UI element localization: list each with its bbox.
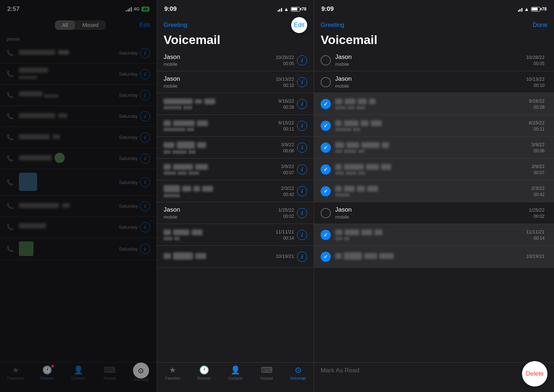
blurred-part	[182, 186, 191, 192]
checkbox[interactable]	[321, 77, 331, 87]
info-button[interactable]: i	[140, 132, 150, 143]
list-item[interactable]: 📞 Saturday i	[0, 64, 157, 85]
tab-keypad[interactable]: ⌨ Keypad	[94, 365, 125, 380]
item-date: 2/3/22	[281, 185, 294, 191]
mark-as-read-button[interactable]: Mark As Read	[321, 367, 360, 374]
list-item[interactable]: 📞 Saturday i	[0, 217, 157, 238]
tab-favorites[interactable]: ★ Favourites	[0, 365, 31, 380]
voicemail-edit-item[interactable]: 10/19/21	[314, 246, 554, 268]
checkbox-checked[interactable]	[321, 164, 331, 175]
info-button[interactable]: i	[297, 143, 307, 153]
bottom-action-bar: Mark As Read Delete	[314, 362, 554, 392]
tab-voicemail[interactable]: ⊙ Voicemail	[282, 365, 314, 380]
checkbox-checked[interactable]	[321, 143, 331, 153]
voicemail-item[interactable]: Jason mobile 10/13/22 00:10 i	[157, 71, 314, 93]
checkbox[interactable]	[321, 208, 331, 218]
info-button[interactable]: i	[297, 99, 307, 109]
item-name: Jason	[335, 53, 526, 61]
tab-keypad[interactable]: ⌨ Keypad	[251, 365, 282, 380]
item-duration: 00:28	[534, 105, 545, 110]
info-button[interactable]: i	[297, 121, 307, 131]
checkbox-checked[interactable]	[321, 252, 331, 262]
list-item[interactable]: 📞 Saturday i	[0, 148, 157, 169]
blurred-sub	[164, 194, 180, 197]
checkbox-checked[interactable]	[321, 99, 331, 109]
info-button[interactable]: i	[140, 201, 150, 211]
voicemail-edit-item[interactable]: 11/11/21 00:14	[314, 224, 554, 246]
voicemail-item[interactable]: Jason mobile 10/28/22 00:05 i	[157, 49, 314, 71]
tab-recents[interactable]: 🕐 Recents	[31, 365, 63, 380]
contact-name-blur	[19, 155, 52, 160]
voicemail-title-container-p3: Voicemail	[314, 32, 554, 49]
info-button[interactable]: i	[140, 90, 150, 100]
tab-voicemail[interactable]: ⊙ Voicemail	[125, 365, 157, 382]
filter-missed[interactable]: Missed	[75, 20, 105, 30]
info-button[interactable]: i	[140, 111, 150, 121]
list-item[interactable]: 📞 Saturday i	[0, 196, 157, 217]
info-button[interactable]: i	[140, 48, 150, 58]
voicemail-edit-item[interactable]: Jason mobile 1/25/22 00:02	[314, 202, 554, 224]
info-button[interactable]: i	[140, 177, 150, 187]
voicemail-item[interactable]: 11/11/21 00:14 i	[157, 224, 314, 246]
tab-favorites[interactable]: ★ Favorites	[157, 365, 188, 380]
voicemail-edit-item[interactable]: 2/3/22 00:42	[314, 180, 554, 202]
info-button[interactable]: i	[297, 230, 307, 240]
greeting-link-p3[interactable]: Greeting	[321, 21, 344, 29]
info-button[interactable]: i	[140, 153, 150, 164]
checkbox-checked[interactable]	[321, 186, 331, 196]
list-item[interactable]: 📞 Saturday i	[0, 85, 157, 106]
voicemail-item[interactable]: 10/19/21 i	[157, 246, 314, 268]
list-item[interactable]: 📞 Saturday i	[0, 127, 157, 148]
info-button[interactable]: i	[140, 222, 150, 232]
recents-edit-button[interactable]: Edit	[140, 21, 150, 29]
info-button[interactable]: i	[297, 55, 307, 65]
voicemail-title: Voicemail	[164, 33, 220, 47]
checkbox-checked[interactable]	[321, 121, 331, 131]
tab-recents[interactable]: 🕐 Recents	[188, 365, 220, 380]
list-item[interactable]: 📞 Saturday i	[0, 169, 157, 196]
checkbox-checked[interactable]	[321, 230, 331, 240]
item-meta: 10/28/22 00:05	[526, 55, 545, 66]
list-item[interactable]: 📞 Saturday i	[0, 43, 157, 64]
call-icon: 📞	[7, 92, 14, 99]
info-button[interactable]: i	[140, 69, 150, 79]
call-icon: 📞	[7, 179, 14, 186]
voicemail-item[interactable]: 3/9/22 00:06 i	[157, 137, 314, 159]
voicemail-item[interactable]: 9/16/22 00:28 i	[157, 93, 314, 115]
voicemail-item[interactable]: Jason mobile 1/25/22 00:02 i	[157, 202, 314, 224]
voicemail-edit-item[interactable]: 6/15/22 00:11	[314, 115, 554, 137]
filter-segment[interactable]: All Missed	[55, 20, 106, 30]
filter-all[interactable]: All	[55, 20, 75, 30]
tab-contacts[interactable]: 👤 Contacts	[220, 365, 251, 380]
info-button[interactable]: i	[297, 186, 307, 196]
voicemail-item[interactable]: 3/9/22 00:07 i	[157, 159, 314, 180]
info-button[interactable]: i	[297, 77, 307, 87]
voicemail-edit-item[interactable]: Jason mobile 10/13/22 00:10	[314, 71, 554, 93]
voicemail-item[interactable]: 2/3/22 00:42 i	[157, 180, 314, 202]
delete-button-circle[interactable]: Delete	[522, 361, 547, 387]
tab-contacts[interactable]: 👤 Contacts	[63, 365, 94, 380]
list-item[interactable]: 📞 Saturday i	[0, 106, 157, 127]
voicemail-edit-item[interactable]: 9/16/22 00:28	[314, 93, 554, 115]
greeting-link[interactable]: Greeting	[164, 21, 187, 29]
list-item[interactable]: 📞 Saturday i	[0, 238, 157, 260]
voicemail-item[interactable]: 6/15/22 00:11 i	[157, 115, 314, 137]
blurred-part2	[197, 120, 208, 126]
edit-button-circle[interactable]: Edit	[291, 17, 307, 33]
blurred-part3	[371, 120, 382, 126]
battery-icon-p2	[291, 7, 300, 12]
item-name: Jason	[335, 206, 529, 213]
done-button[interactable]: Done	[533, 21, 547, 29]
voicemail-edit-item[interactable]: 3/9/22 00:06	[314, 137, 554, 159]
item-name: Jason	[335, 75, 526, 83]
checkbox[interactable]	[321, 55, 331, 65]
info-button[interactable]: i	[297, 208, 307, 218]
info-button[interactable]: i	[297, 252, 307, 262]
blurred-sub	[335, 128, 352, 131]
item-name: Jason	[164, 53, 276, 61]
voicemail-edit-item[interactable]: Jason mobile 10/28/22 00:05	[314, 49, 554, 71]
info-button[interactable]: i	[140, 244, 150, 254]
voicemail-edit-item[interactable]: 3/9/22 00:07	[314, 159, 554, 180]
item-meta: 10/19/21	[526, 253, 545, 260]
info-button[interactable]: i	[297, 164, 307, 175]
